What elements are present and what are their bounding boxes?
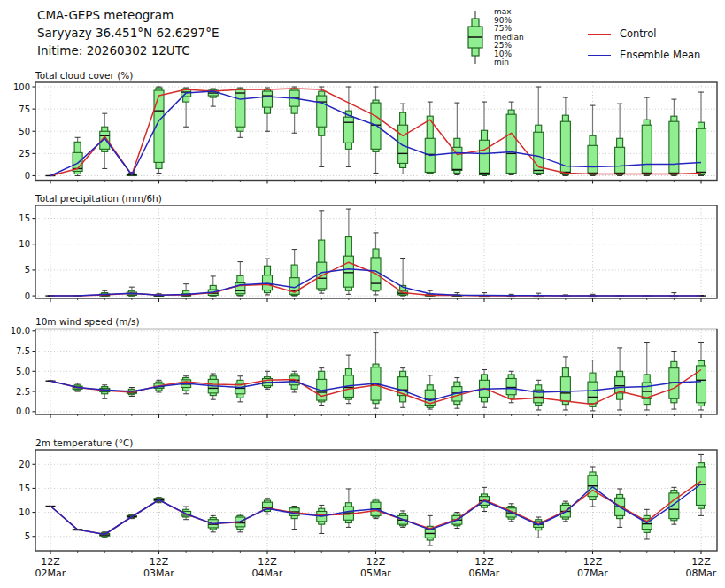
boxplot <box>480 102 490 175</box>
y-axis: 051015 <box>19 213 35 301</box>
panel-title: 2m temperature (°C) <box>35 437 133 448</box>
legend-control-label: Control <box>620 27 657 40</box>
svg-text:2.5: 2.5 <box>16 387 30 397</box>
boxplots <box>46 454 706 545</box>
svg-text:0: 0 <box>25 171 30 181</box>
svg-text:10: 10 <box>19 239 30 249</box>
boxplots <box>46 333 706 411</box>
svg-text:5: 5 <box>25 265 30 275</box>
control-line-swatch <box>588 34 611 35</box>
boxplot <box>289 87 299 133</box>
panel-title: Total precipitation (mm/6h) <box>35 193 162 204</box>
svg-text:15: 15 <box>19 484 30 493</box>
boxplot <box>371 333 381 409</box>
x-tick-hour: 12Z <box>583 556 603 568</box>
y-axis: 5101520 <box>19 460 35 541</box>
panel-2: 051015Total precipitation (mm/6h) <box>19 193 717 303</box>
boxplot <box>100 385 110 398</box>
boxplot <box>317 505 327 533</box>
boxplot <box>343 355 353 404</box>
boxplot <box>181 376 191 394</box>
boxplot <box>425 102 435 174</box>
boxplot <box>317 368 327 406</box>
ensemble-mean-line-swatch <box>588 55 611 56</box>
panel-3: 0.02.55.07.510.010m wind speed (m/s) <box>11 316 717 418</box>
boxplot-glyph-icon <box>464 7 490 67</box>
legend-entry-ensemble-mean: Ensemble Mean <box>588 44 700 66</box>
boxplots <box>46 209 706 297</box>
boxplot <box>154 87 164 173</box>
x-tick-hour: 12Z <box>41 556 60 568</box>
boxplot <box>697 343 706 410</box>
boxplot <box>642 343 652 410</box>
boxplot <box>263 499 273 514</box>
x-tick-date: 07Mar <box>577 568 608 579</box>
boxplot <box>127 287 136 296</box>
legend-ensemble-mean-label: Ensemble Mean <box>620 49 700 61</box>
boxplot-legend-labels: max 90% 75% median 25% 10% min <box>494 8 524 67</box>
x-tick-hour: 12Z <box>474 556 494 568</box>
boxplot <box>615 348 625 410</box>
boxplot <box>588 105 598 175</box>
boxplot <box>263 259 273 295</box>
boxplot <box>289 507 299 530</box>
series-legend: Control Ensemble Mean <box>588 23 700 66</box>
init-time: Initime: 20260302 12UTC <box>37 42 220 59</box>
boxplot-legend: max 90% 75% median 25% 10% min <box>464 7 524 67</box>
boxplot <box>642 509 652 539</box>
boxplot <box>289 250 299 297</box>
x-tick-date: 04Mar <box>252 568 283 579</box>
panel-4: 51015202m temperature (°C)12Z02Mar12Z03M… <box>19 437 717 580</box>
panel-title: 10m wind speed (m/s) <box>35 316 140 327</box>
svg-text:5.0: 5.0 <box>16 367 30 376</box>
legend-label-min: min <box>494 58 524 67</box>
boxplot <box>398 368 408 408</box>
svg-text:75: 75 <box>19 104 30 114</box>
svg-text:25: 25 <box>19 149 30 159</box>
boxplot <box>343 489 353 527</box>
boxplot <box>425 515 435 545</box>
boxplot <box>615 104 625 175</box>
boxplot <box>263 88 273 131</box>
x-axis-labels: 12Z02Mar12Z03Mar12Z04Mar12Z05Mar12Z06Mar… <box>35 556 717 579</box>
boxplot <box>235 376 245 402</box>
boxplot <box>371 233 381 295</box>
x-tick-hour: 12Z <box>366 556 386 568</box>
legend-entry-control: Control <box>588 23 700 44</box>
x-tick-date: 08Mar <box>686 568 717 579</box>
x-tick-date: 03Mar <box>143 568 174 579</box>
panel-1: 0255075100Total cloud cover (%) <box>13 70 717 184</box>
boxplot <box>371 87 381 173</box>
boxplot <box>534 517 544 538</box>
y-axis: 0.02.55.07.510.0 <box>11 326 35 416</box>
boxplot <box>398 104 408 174</box>
x-tick-date: 05Mar <box>360 568 391 579</box>
boxplot <box>235 514 245 532</box>
boxplot <box>343 209 353 294</box>
boxplot <box>235 88 245 137</box>
x-tick-hour: 12Z <box>150 556 169 568</box>
boxplot <box>317 87 327 166</box>
x-tick-date: 06Mar <box>469 568 500 579</box>
boxplot <box>669 352 679 410</box>
boxplot <box>452 103 462 174</box>
boxplot <box>343 87 353 166</box>
svg-text:10: 10 <box>19 507 30 517</box>
chart-header: CMA-GEPS meteogram Saryyazy 36.451°N 62.… <box>37 6 220 59</box>
station-coordinates: Saryyazy 36.451°N 62.6297°E <box>37 24 220 42</box>
panel-title: Total cloud cover (%) <box>35 70 133 81</box>
svg-text:5: 5 <box>25 531 30 541</box>
boxplot <box>534 380 544 410</box>
x-tick-hour: 12Z <box>691 556 711 568</box>
ensemble-mean-line <box>50 484 701 535</box>
svg-text:100: 100 <box>13 82 30 92</box>
svg-text:0: 0 <box>25 291 30 301</box>
boxplot <box>697 454 706 515</box>
svg-text:20: 20 <box>19 460 30 469</box>
boxplot <box>235 262 245 297</box>
meteogram-chart: 0255075100Total cloud cover (%)051015Tot… <box>0 0 725 588</box>
boxplot <box>317 211 327 293</box>
svg-text:10.0: 10.0 <box>11 326 30 336</box>
svg-text:0.0: 0.0 <box>16 406 30 416</box>
svg-text:15: 15 <box>19 213 30 223</box>
